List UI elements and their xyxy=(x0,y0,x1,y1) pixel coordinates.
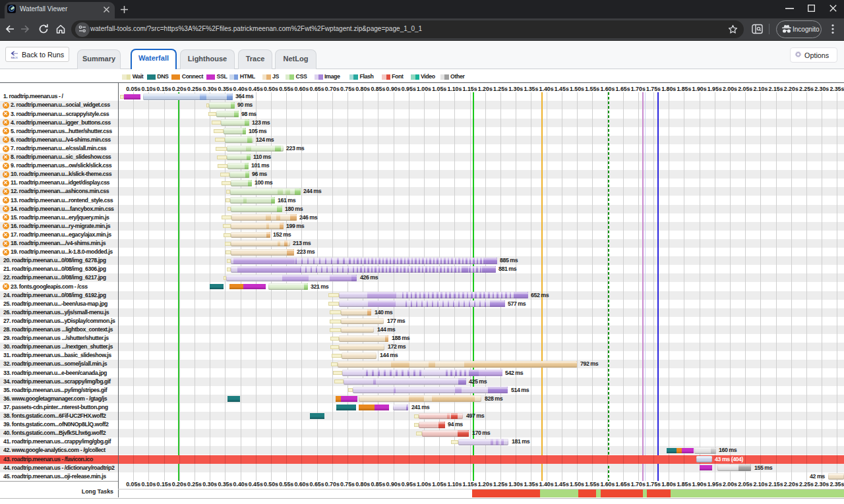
svg-text:BACK: BACK xyxy=(11,56,18,58)
